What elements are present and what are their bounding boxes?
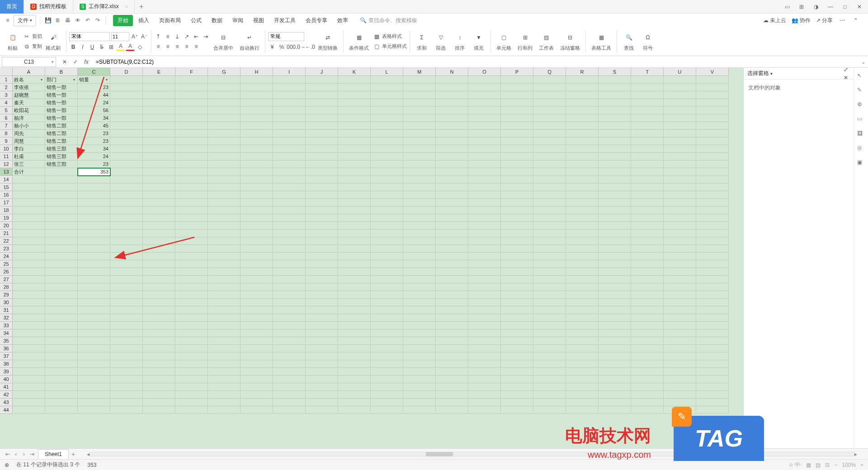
cell[interactable] <box>208 299 241 306</box>
cell[interactable] <box>371 245 403 253</box>
cell[interactable] <box>631 153 664 160</box>
cell[interactable] <box>338 260 371 268</box>
cell[interactable] <box>110 314 143 322</box>
row-header[interactable]: 19 <box>0 214 13 222</box>
cell[interactable] <box>208 391 241 399</box>
cell[interactable] <box>273 329 306 337</box>
cell[interactable] <box>533 352 566 360</box>
cell[interactable] <box>371 352 403 360</box>
row-header[interactable]: 5 <box>0 107 13 114</box>
cell[interactable] <box>306 268 338 276</box>
cell[interactable] <box>403 76 436 84</box>
cell[interactable] <box>664 191 696 199</box>
cell[interactable]: 23 <box>78 137 110 145</box>
cell[interactable] <box>273 114 306 122</box>
cell[interactable] <box>566 314 599 322</box>
cell[interactable] <box>533 406 566 414</box>
cell[interactable] <box>403 399 436 406</box>
cell[interactable] <box>403 291 436 299</box>
cell[interactable] <box>664 199 696 207</box>
cell[interactable] <box>175 107 208 114</box>
cell[interactable] <box>78 337 110 345</box>
cell[interactable] <box>306 383 338 391</box>
cell[interactable] <box>468 283 501 291</box>
cell[interactable] <box>371 183 403 191</box>
cell[interactable] <box>631 107 664 114</box>
cell[interactable] <box>45 260 78 268</box>
cell[interactable] <box>110 176 143 183</box>
cell[interactable] <box>175 306 208 314</box>
cell[interactable]: 23 <box>78 130 110 137</box>
cell[interactable] <box>436 168 468 176</box>
cell[interactable] <box>273 183 306 191</box>
decrease-font-icon[interactable]: A⁻ <box>140 33 148 41</box>
layout-icon[interactable]: ▭ <box>782 2 792 12</box>
cell[interactable] <box>631 214 664 222</box>
row-header[interactable]: 30 <box>0 299 13 306</box>
cell[interactable] <box>533 299 566 306</box>
cell[interactable] <box>338 207 371 214</box>
cell[interactable] <box>306 76 338 84</box>
cell[interactable] <box>208 230 241 237</box>
cell[interactable] <box>241 214 273 222</box>
cell[interactable] <box>403 245 436 253</box>
cell[interactable] <box>533 368 566 376</box>
cell[interactable] <box>110 91 143 99</box>
cell[interactable] <box>13 345 45 352</box>
cell[interactable] <box>501 222 533 230</box>
cell[interactable] <box>566 183 599 191</box>
cell[interactable] <box>241 368 273 376</box>
cell[interactable] <box>501 114 533 122</box>
cell[interactable] <box>143 160 175 168</box>
cell[interactable] <box>664 230 696 237</box>
cell[interactable] <box>436 199 468 207</box>
cell[interactable] <box>273 406 306 414</box>
cell[interactable] <box>403 337 436 345</box>
cell[interactable] <box>78 299 110 306</box>
cell[interactable] <box>371 345 403 352</box>
cell[interactable] <box>13 260 45 268</box>
cell[interactable] <box>338 137 371 145</box>
cell[interactable] <box>599 207 631 214</box>
cell[interactable]: 李白 <box>13 145 45 153</box>
cell[interactable] <box>175 199 208 207</box>
cell[interactable]: 杨洋 <box>13 114 45 122</box>
cell[interactable] <box>45 245 78 253</box>
cell[interactable] <box>338 130 371 137</box>
cell[interactable] <box>599 360 631 368</box>
undo-icon[interactable]: ↶ <box>84 16 92 24</box>
row-header[interactable]: 10 <box>0 145 13 153</box>
cell[interactable] <box>45 183 78 191</box>
cell[interactable] <box>338 107 371 114</box>
cell[interactable] <box>371 91 403 99</box>
cell[interactable] <box>273 222 306 230</box>
cell[interactable] <box>371 391 403 399</box>
cell[interactable] <box>631 291 664 299</box>
cell[interactable] <box>208 314 241 322</box>
cell[interactable] <box>273 337 306 345</box>
cell[interactable] <box>631 122 664 130</box>
row-header[interactable]: 40 <box>0 376 13 383</box>
cell[interactable] <box>306 107 338 114</box>
cell[interactable] <box>599 245 631 253</box>
row-header[interactable]: 1 <box>0 76 13 84</box>
row-header[interactable]: 27 <box>0 276 13 283</box>
print-icon[interactable]: 🖶 <box>64 16 72 24</box>
cell[interactable] <box>143 283 175 291</box>
hamburger-icon[interactable]: ≡ <box>4 16 12 24</box>
cell[interactable] <box>110 214 143 222</box>
merge-button[interactable]: ⊟合并居中 <box>211 30 236 52</box>
cell[interactable] <box>45 253 78 260</box>
cell[interactable] <box>566 368 599 376</box>
cell[interactable] <box>45 291 78 299</box>
cell[interactable]: 23 <box>78 160 110 168</box>
cell[interactable] <box>273 376 306 383</box>
cell[interactable] <box>436 122 468 130</box>
cell[interactable] <box>208 207 241 214</box>
cell[interactable] <box>533 222 566 230</box>
col-header-c[interactable]: C <box>78 68 110 76</box>
cell[interactable] <box>78 176 110 183</box>
cell[interactable] <box>468 122 501 130</box>
cell[interactable] <box>566 122 599 130</box>
cell[interactable] <box>664 276 696 283</box>
